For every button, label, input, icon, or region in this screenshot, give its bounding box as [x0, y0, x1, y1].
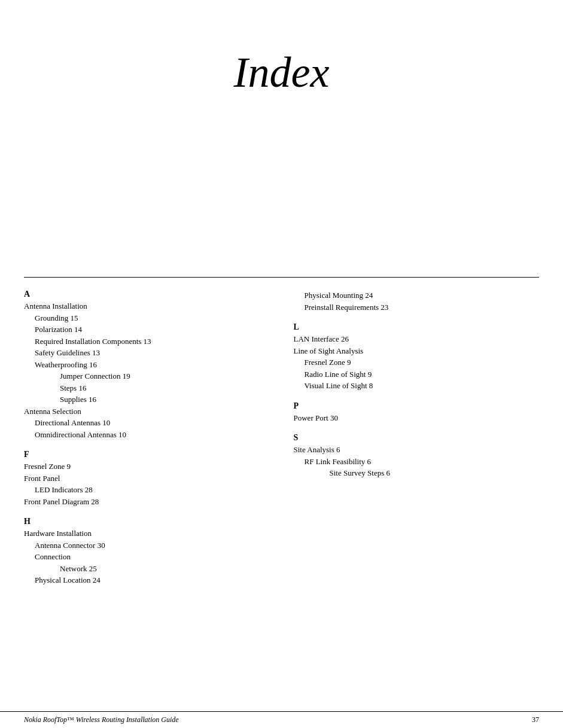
- index-entry: Jumper Connection 19: [60, 370, 270, 382]
- right-column: Physical Mounting 24Preinstall Requireme…: [294, 290, 540, 596]
- index-section: SSite Analysis 6RF Link Feasibility 6Sit…: [294, 433, 540, 479]
- index-entry: Fresnel Zone 9: [305, 357, 540, 368]
- index-entry: Radio Line of Sight 9: [305, 368, 540, 380]
- index-entry: Steps 16: [60, 382, 270, 394]
- index-entry: Antenna Connector 30: [35, 540, 270, 552]
- index-entry: Antenna Selection: [24, 406, 270, 418]
- index-entry: LAN Interface 26: [294, 333, 540, 345]
- footer: Nokia RoofTop™ Wireless Routing Installa…: [0, 711, 563, 728]
- footer-right: 37: [532, 715, 539, 724]
- index-entry: Fresnel Zone 9: [24, 461, 270, 473]
- page-title: Index: [0, 48, 563, 98]
- index-entry: Omnidirectional Antennas 10: [35, 429, 270, 441]
- index-entry: Physical Mounting 24: [305, 290, 540, 301]
- index-entry: Required Installation Components 13: [35, 336, 270, 348]
- index-section: PPower Port 30: [294, 401, 540, 424]
- index-entry: Front Panel: [24, 473, 270, 485]
- index-section: FFresnel Zone 9Front PanelLED Indicators…: [24, 450, 270, 507]
- index-entry: Supplies 16: [60, 394, 270, 406]
- index-section: HHardware InstallationAntenna Connector …: [24, 517, 270, 586]
- index-entry: Line of Sight Analysis: [294, 345, 540, 357]
- index-entry: Physical Location 24: [35, 574, 270, 586]
- index-entry: Site Analysis 6: [294, 444, 540, 456]
- index-entry: RF Link Feasibility 6: [305, 456, 540, 468]
- page-container: Index AAntenna InstallationGrounding 15P…: [0, 0, 563, 728]
- content-area: AAntenna InstallationGrounding 15Polariz…: [0, 278, 563, 632]
- index-entry: Hardware Installation: [24, 528, 270, 540]
- section-letter: S: [294, 433, 540, 443]
- section-letter: P: [294, 401, 540, 411]
- index-entry: Power Port 30: [294, 412, 540, 424]
- left-column: AAntenna InstallationGrounding 15Polariz…: [24, 290, 270, 596]
- section-letter: F: [24, 450, 270, 459]
- index-entry: Site Survey Steps 6: [330, 467, 540, 479]
- index-entry: Front Panel Diagram 28: [24, 496, 270, 508]
- index-entry: Visual Line of Sight 8: [305, 380, 540, 392]
- index-entry: Polarization 14: [35, 324, 270, 336]
- index-entry: Antenna Installation: [24, 300, 270, 312]
- footer-left: Nokia RoofTop™ Wireless Routing Installa…: [24, 715, 179, 724]
- title-section: Index: [0, 0, 563, 109]
- section-letter: A: [24, 290, 270, 299]
- section-letter: L: [294, 322, 540, 332]
- index-entry: Safety Guidelines 13: [35, 347, 270, 359]
- index-entry: LED Indicators 28: [35, 484, 270, 496]
- index-section: Physical Mounting 24Preinstall Requireme…: [294, 290, 540, 313]
- index-entry: Connection: [35, 551, 270, 563]
- index-entry: Preinstall Requirements 23: [305, 301, 540, 313]
- index-entry: Network 25: [60, 563, 270, 575]
- index-entry: Grounding 15: [35, 312, 270, 324]
- index-entry: Weatherproofing 16: [35, 359, 270, 371]
- index-section: AAntenna InstallationGrounding 15Polariz…: [24, 290, 270, 440]
- index-section: LLAN Interface 26Line of Sight AnalysisF…: [294, 322, 540, 392]
- section-letter: H: [24, 517, 270, 526]
- index-entry: Directional Antennas 10: [35, 417, 270, 429]
